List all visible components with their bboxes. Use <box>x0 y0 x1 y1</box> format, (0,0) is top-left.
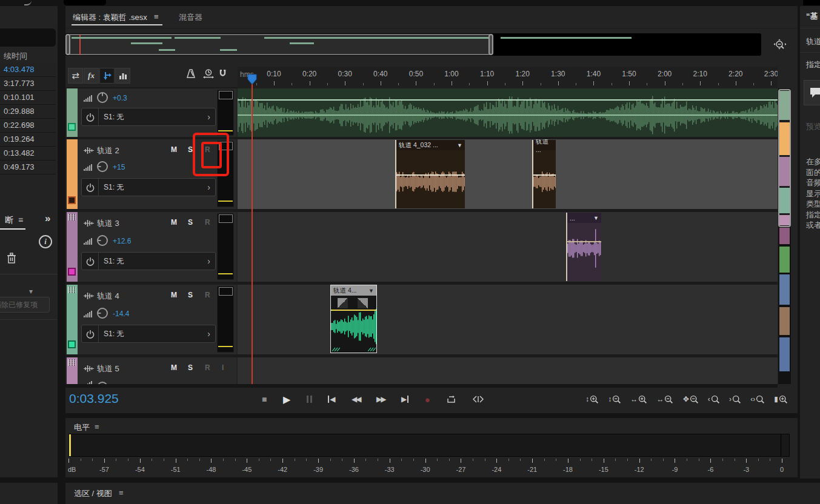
tab-mixer[interactable]: 混音器 <box>179 12 202 23</box>
levels-panel-menu-icon[interactable]: ≡ <box>95 422 99 431</box>
solo-button[interactable]: S <box>188 145 193 154</box>
track2-clip-a[interactable]: 轨道 4_032 ...▼ <box>395 140 465 208</box>
duration-list-item[interactable]: 0:49.173 <box>0 161 56 174</box>
gain-value[interactable]: +15 <box>113 163 125 171</box>
volume-knob[interactable] <box>96 91 109 104</box>
duration-list-item[interactable]: 3:17.773 <box>0 77 56 90</box>
fade-out-handle[interactable] <box>358 298 368 308</box>
track-select-square[interactable] <box>68 123 76 131</box>
duration-list-item[interactable]: 0:10.101 <box>0 91 56 104</box>
pause-button[interactable] <box>307 396 312 403</box>
track3-lane[interactable] <box>238 212 778 282</box>
zoom-out-point-button[interactable]: › <box>729 395 741 404</box>
volume-knob[interactable] <box>96 307 109 320</box>
skip-selection-button[interactable] <box>473 395 484 403</box>
stretch-corner-left[interactable] <box>332 345 340 351</box>
viewport-handle-right[interactable] <box>488 34 493 55</box>
stretch-clock-icon[interactable] <box>202 68 215 79</box>
power-button[interactable] <box>82 179 99 196</box>
trash-icon[interactable] <box>6 252 17 264</box>
track-color-strip[interactable] <box>67 285 78 354</box>
volume-knob[interactable] <box>96 234 109 247</box>
power-button[interactable] <box>82 253 99 270</box>
right-panel-row-assign[interactable]: 指定 <box>806 59 820 70</box>
playhead-time-display[interactable]: 0:03.925 <box>69 391 119 406</box>
zoom-in-point-button[interactable]: ‹ <box>708 395 720 404</box>
skip-to-end-button[interactable]: ▶ <box>401 395 408 403</box>
zoom-out-full-button[interactable]: ✥ <box>683 395 699 404</box>
selection-panel-menu-icon[interactable]: ≡ <box>119 488 124 497</box>
solo-button[interactable]: S <box>188 363 193 372</box>
volume-knob[interactable] <box>96 160 109 173</box>
track-color-strip[interactable] <box>67 212 78 282</box>
track3-audio-clip[interactable]: ...▼ <box>566 213 601 281</box>
track-select-square[interactable] <box>68 268 76 276</box>
zoom-out-vertical-button[interactable]: ↕ <box>608 395 621 404</box>
right-panel-row-track[interactable]: 轨道 <box>806 36 820 47</box>
track-select-square[interactable] <box>68 196 76 204</box>
zoom-amplitude-button[interactable]: ▮ <box>774 395 788 404</box>
volume-envelope-line[interactable] <box>331 310 376 311</box>
tab-editor[interactable]: 编辑器 : 袁颖哲 .sesx <box>73 12 147 23</box>
track2-lane[interactable] <box>238 139 778 209</box>
fast-forward-button[interactable]: ▶▶ <box>376 395 385 403</box>
solo-button[interactable]: S <box>188 218 193 227</box>
s1-send-dropdown[interactable]: S1: 无› <box>99 182 215 193</box>
loop-playback-button[interactable] <box>446 395 456 404</box>
play-button[interactable]: ▶ <box>283 394 290 405</box>
clip-menu-caret[interactable]: ▼ <box>368 288 374 294</box>
diagnostics-tab[interactable]: 断 <box>5 215 13 226</box>
viewport-handle-left[interactable] <box>65 34 70 55</box>
clip-menu-caret[interactable]: ▼ <box>593 215 599 221</box>
dropdown-caret-icon[interactable]: ▾ <box>29 287 33 296</box>
mute-button[interactable]: M <box>171 218 177 227</box>
duration-list-item[interactable]: 0:22.698 <box>0 119 56 132</box>
duration-list-item[interactable]: 4:03.478 <box>0 63 56 76</box>
duration-list-item[interactable]: 0:29.888 <box>0 105 56 118</box>
zoom-selection-button[interactable]: ‹› <box>750 395 765 404</box>
duration-list[interactable]: 4:03.4783:17.7730:10.1010:29.8880:22.698… <box>0 63 56 174</box>
track-name[interactable]: 轨道 5 <box>97 363 119 374</box>
arm-record-button[interactable]: R <box>205 291 210 299</box>
track-name[interactable]: 轨道 4 <box>97 291 119 302</box>
power-button[interactable] <box>82 108 99 125</box>
mute-button[interactable]: M <box>171 145 177 154</box>
zoom-in-vertical-button[interactable]: ↕ <box>585 395 599 404</box>
zoom-in-horizontal-button[interactable]: ↔ <box>630 395 647 404</box>
zoom-out-full-icon[interactable] <box>773 39 787 51</box>
duration-list-item[interactable]: 0:13.482 <box>0 147 56 160</box>
monitor-input-button[interactable]: I <box>222 363 224 372</box>
snap-magnet-icon[interactable] <box>218 68 228 79</box>
track-color-strip[interactable] <box>67 139 78 209</box>
mute-button[interactable]: M <box>171 291 177 299</box>
zoom-out-horizontal-button[interactable]: ↔ <box>656 395 673 404</box>
skip-to-start-button[interactable]: ◀ <box>328 395 335 403</box>
timeline-ruler[interactable]: hms 0:100:200:300:400:501:001:101:201:30… <box>238 67 778 88</box>
s1-send-dropdown[interactable]: S1: 无› <box>99 112 215 122</box>
volume-envelope-line[interactable] <box>533 174 556 176</box>
stretch-corner-right[interactable] <box>368 345 376 351</box>
track-name[interactable]: 轨道 2 <box>97 145 119 156</box>
playhead-marker[interactable] <box>247 74 257 85</box>
solo-button[interactable]: S <box>188 291 193 299</box>
fade-in-handle[interactable] <box>338 298 348 308</box>
search-field[interactable] <box>0 28 56 47</box>
track4-audio-clip-selected[interactable]: 轨道 4...▼ <box>330 285 377 353</box>
volume-envelope-line[interactable] <box>567 241 601 242</box>
s1-send-dropdown[interactable]: S1: 无› <box>99 329 215 339</box>
track1-audio-clip[interactable] <box>238 88 778 137</box>
clear-repaired-button[interactable]: 清除已修复项 <box>0 297 50 313</box>
collapse-panel-chevrons[interactable]: » <box>45 213 50 225</box>
metronome-icon[interactable] <box>185 68 196 79</box>
arm-record-button[interactable]: R <box>205 218 210 227</box>
move-tool-button[interactable] <box>99 68 115 84</box>
volume-knob[interactable] <box>96 380 109 384</box>
record-button[interactable]: ● <box>425 394 430 405</box>
track-color-strip[interactable] <box>67 357 78 384</box>
panel-menu-icon[interactable]: ≡ <box>18 215 23 225</box>
gain-value[interactable]: -14.4 <box>113 310 129 318</box>
track5-lane[interactable] <box>238 357 778 384</box>
panel-divider[interactable] <box>58 6 65 504</box>
power-button[interactable] <box>82 325 99 342</box>
track-color-strip[interactable] <box>67 88 78 137</box>
